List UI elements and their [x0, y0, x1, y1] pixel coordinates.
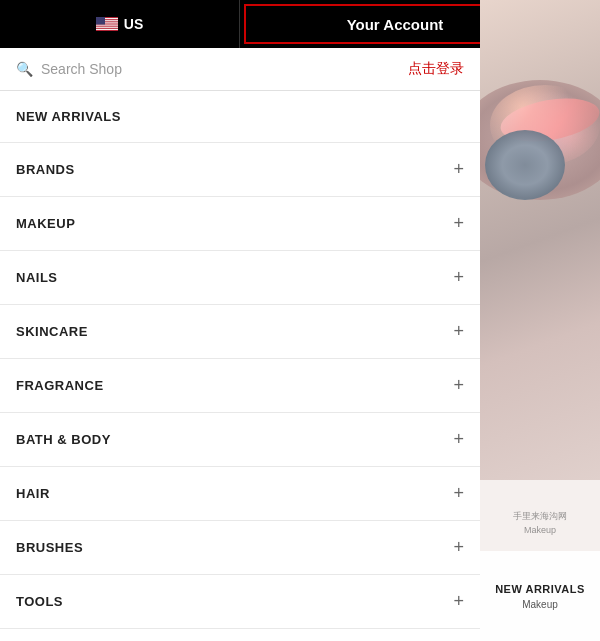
- search-left: 🔍 Search Shop: [16, 61, 122, 77]
- right-panel: 手里来海沟网Makeup New Arrivals Makeup: [480, 0, 600, 641]
- nav-item-community[interactable]: COMMUNITY: [0, 629, 480, 641]
- login-link[interactable]: 点击登录: [408, 60, 464, 78]
- nav-item-label: HAIR: [16, 486, 50, 501]
- main-content: 🔍 Search Shop 点击登录 NEW ARRIVALS BRANDS +…: [0, 48, 600, 641]
- nav-item-hair[interactable]: HAIR +: [0, 467, 480, 521]
- new-arrivals-card[interactable]: New Arrivals Makeup: [480, 551, 600, 641]
- nav-item-label: BRUSHES: [16, 540, 83, 555]
- nav-item-label: BRANDS: [16, 162, 75, 177]
- nav-menu: NEW ARRIVALS BRANDS + MAKEUP + NAILS + S…: [0, 91, 480, 641]
- expand-icon: +: [453, 321, 464, 342]
- svg-rect-6: [96, 29, 118, 30]
- new-arrivals-subtitle: Makeup: [522, 599, 558, 610]
- watermark-text: 手里来海沟网Makeup: [513, 511, 567, 535]
- nav-item-label: NAILS: [16, 270, 58, 285]
- expand-icon: +: [453, 483, 464, 504]
- expand-icon: +: [453, 159, 464, 180]
- watermark: 手里来海沟网Makeup: [480, 506, 600, 541]
- nav-item-label: SKINCARE: [16, 324, 88, 339]
- nav-item-brushes[interactable]: BRUSHES +: [0, 521, 480, 575]
- search-placeholder[interactable]: Search Shop: [41, 61, 122, 77]
- nav-item-nails[interactable]: NAILS +: [0, 251, 480, 305]
- expand-icon: +: [453, 267, 464, 288]
- nav-item-label: NEW ARRIVALS: [16, 109, 121, 124]
- svg-rect-5: [96, 27, 118, 28]
- expand-icon: +: [453, 375, 464, 396]
- region-selector[interactable]: US: [0, 0, 240, 48]
- nav-item-label: TOOLS: [16, 594, 63, 609]
- nav-item-label: MAKEUP: [16, 216, 75, 231]
- expand-icon: +: [453, 591, 464, 612]
- account-label: Your Account: [347, 16, 444, 33]
- nav-item-tools[interactable]: TOOLS +: [0, 575, 480, 629]
- svg-rect-7: [96, 17, 105, 25]
- nav-item-skincare[interactable]: SKINCARE +: [0, 305, 480, 359]
- nav-item-new-arrivals[interactable]: NEW ARRIVALS: [0, 91, 480, 143]
- svg-rect-4: [96, 25, 118, 26]
- nav-item-label: FRAGRANCE: [16, 378, 104, 393]
- search-icon: 🔍: [16, 61, 33, 77]
- left-panel: 🔍 Search Shop 点击登录 NEW ARRIVALS BRANDS +…: [0, 48, 480, 641]
- iris-decoration: [485, 130, 565, 200]
- nav-item-makeup[interactable]: MAKEUP +: [0, 197, 480, 251]
- us-flag-icon: [96, 17, 118, 31]
- nav-item-label: BATH & BODY: [16, 432, 111, 447]
- product-image: [480, 0, 600, 480]
- expand-icon: +: [453, 537, 464, 558]
- search-bar: 🔍 Search Shop 点击登录: [0, 48, 480, 91]
- expand-icon: +: [453, 213, 464, 234]
- nav-item-fragrance[interactable]: FRAGRANCE +: [0, 359, 480, 413]
- nav-item-brands[interactable]: BRANDS +: [0, 143, 480, 197]
- nav-item-bath-body[interactable]: BATH & BODY +: [0, 413, 480, 467]
- region-label: US: [124, 16, 143, 32]
- new-arrivals-title: New Arrivals: [495, 582, 585, 597]
- expand-icon: +: [453, 429, 464, 450]
